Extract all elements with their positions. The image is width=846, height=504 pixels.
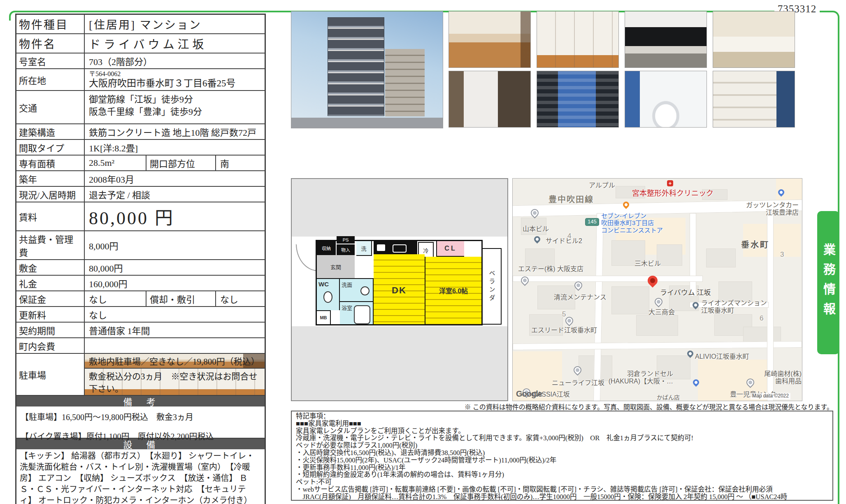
fp-bath: 浴室 xyxy=(340,301,374,324)
map-label: 大三商会 xyxy=(648,309,675,316)
fp-dk-label: DK xyxy=(392,285,407,296)
row-label: 契約期間 xyxy=(16,323,85,337)
rent-value: 80,000 円 xyxy=(85,202,265,230)
map: アルプル豊中吹田線宮本整形外科クリニックガッツレンタカー 江坂豊津店セブン-イレ… xyxy=(512,178,802,401)
row-label: 建築構造 xyxy=(16,124,85,139)
row-label: 駐車場 xyxy=(16,354,85,395)
row-value: 普通借家 1年間 xyxy=(85,323,265,337)
table-row: 駐車場 敷地内駐車場／空きなし／19,800円（税込） 敷金税込分の3ヵ月 ※空… xyxy=(16,353,265,395)
property-name: ドライバウム江坂 xyxy=(85,34,265,53)
special-note-line: JRAC(月額保証) 月額保証料…賃料合計の1.3% 保証事務手数料(初回のみ)… xyxy=(296,493,828,501)
postal-code: 〒564-0062 xyxy=(89,70,121,78)
parking-line: 敷金税込分の3ヵ月 ※空き状況はお問合せ下さい。 xyxy=(85,368,265,395)
special-note-line: ・更新事務手数料11,000円(税込)/1年 xyxy=(296,464,828,471)
special-note-line: ・火災保険料15,000円(2年)、USAC(ユーザック24時間管理サポート)1… xyxy=(296,457,828,464)
special-notes: 特記事項：■■■家具家電利用■■■家具家電レンタルプランをご利用頂くことが出来ま… xyxy=(291,411,833,501)
stove-icon xyxy=(377,244,385,251)
special-note-line: 冷蔵庫・洗濯機・電子レンジ・テレビ・ライトを設備として利用できます。家賃+3,0… xyxy=(296,434,828,442)
special-note-line: ペット:不可 xyxy=(296,478,828,486)
table-row: 所在地 〒564-0062 大阪府吹田市垂水町３丁目6番25号 xyxy=(16,68,265,90)
map-label: 6 xyxy=(760,314,763,323)
fp-storage-label: 収納 xyxy=(317,241,336,255)
table-row: 建築構造 鉄筋コンクリート造 地上10階 総戸数72戸 xyxy=(16,123,265,139)
row-value: 8,000円 xyxy=(85,231,265,259)
fp-mb-label: MB xyxy=(317,310,331,324)
toilet-icon xyxy=(323,291,332,303)
map-label: ニューライフ江坂 xyxy=(552,379,604,387)
map-label: 尾崎歯材(株) 歯科用品 xyxy=(752,370,802,386)
special-note-line: ・入居時鍵交換代16,500円(税込)、退去時清掃費38,500円(税込) xyxy=(296,449,828,457)
row-label: 更新料 xyxy=(16,307,85,322)
row-value: 1K[洋:8.2畳] xyxy=(85,140,265,155)
special-note-line: ベッドが必要な際はプラス1,000円(税別) xyxy=(296,442,828,449)
fp-wc: WC xyxy=(317,278,340,310)
map-label: 宮本整形外科クリニック xyxy=(632,189,714,198)
property-table: 物件種目 [住居用] マンション 物件名 ドライバウム江坂 号室名 703（2階… xyxy=(15,14,266,504)
map-labels: アルプル豊中吹田線宮本整形外科クリニックガッツレンタカー 江坂豊津店セブン-イレ… xyxy=(513,179,802,401)
table-row: 専有面積 28.5m² 開口部方位 南 xyxy=(16,155,265,170)
equipment-text: 【キッチン】 給湯器（都市ガス） 【水廻り】 シャワートイレ・洗髪洗面化粧台・バ… xyxy=(16,449,265,504)
table-row: 物件名 ドライバウム江坂 xyxy=(16,33,265,53)
business-info-tab-label: 業務情報 xyxy=(819,243,837,322)
map-label: エステー(株) 大阪支店 xyxy=(518,265,583,273)
table-row: 町内会費 xyxy=(16,337,265,353)
washbasin-icon xyxy=(360,286,370,295)
disclaimer-text: ※ この資料は物件の概略紹介資料になります。写真、間取図面、設備、概要などが現況… xyxy=(291,402,833,411)
row-label: 物件種目 xyxy=(16,15,85,33)
row-value: 28.5m² xyxy=(85,156,146,170)
row-value: 御堂筋線「江坂」徒歩9分 阪急千里線「豊津」徒歩9分 xyxy=(85,91,265,123)
map-label: 5 xyxy=(562,310,566,318)
map-label: セブン-イレブン 吹田垂水町3丁目店 コンビニエンスストア xyxy=(601,212,663,234)
fp-washer-label: 洗 xyxy=(356,241,372,256)
row-value: 〒564-0062 大阪府吹田市垂水町３丁目6番25号 xyxy=(85,69,265,90)
photo-storage-shelf xyxy=(713,71,795,128)
special-note-line: 特記事項： xyxy=(296,413,828,420)
row-value: 敷地内駐車場／空きなし／19,800円（税込） 敷金税込分の3ヵ月 ※空き状況は… xyxy=(85,354,265,395)
map-label: ライバウム 江坂 xyxy=(660,289,711,297)
map-label: アルプル xyxy=(589,182,615,189)
map-label: 羽倉ランドセル (HAKURA)【大阪・… xyxy=(607,370,673,386)
row-label: 町内会費 xyxy=(16,338,85,353)
fp-genkan-label: 玄関 xyxy=(317,255,355,278)
row-value: 2008年03月 xyxy=(85,171,265,186)
floorplan: 収納 PS 物入 洗 冷 CL 玄関 DK 洋室6.0帖 WC 洗面 xyxy=(291,178,508,401)
photo-bathroom xyxy=(713,11,795,68)
fp-vanity-label: 洗面 xyxy=(342,282,352,288)
table-row: 号室名 703（2階部分） xyxy=(16,53,265,68)
row-label: 交通 xyxy=(16,91,85,123)
parking-line: 敷地内駐車場／空きなし／19,800円（税込） xyxy=(85,354,265,368)
row-value: 703（2階部分） xyxy=(85,53,265,68)
table-row: 物件種目 [住居用] マンション xyxy=(16,15,265,33)
row-label: 賃料 xyxy=(16,202,85,230)
map-label: ガッツレンタカー 江坂豊津店 xyxy=(737,202,799,217)
map-label: 豊中吹田線 xyxy=(549,195,594,204)
photo-toilet xyxy=(625,71,707,128)
row-label: 所在地 xyxy=(16,69,85,90)
photo-stove xyxy=(625,11,707,68)
fp-wc-label: WC xyxy=(318,281,329,288)
map-label: 清流メンテナンス xyxy=(554,294,607,301)
fp-kitchen-counter xyxy=(374,241,417,254)
table-row: 更新料 なし xyxy=(16,306,265,322)
row-label: 共益費・管理費 xyxy=(16,231,85,259)
map-label: 垂水町 xyxy=(741,240,769,250)
table-row: 保証金 なし 償却・敷引 なし xyxy=(16,290,265,306)
row-label: 償却・敷引 xyxy=(146,291,216,306)
map-label: ライオンズマンション 江坂垂水町 xyxy=(701,300,767,315)
row-label: 保証金 xyxy=(16,291,85,306)
row-label: 礼金 xyxy=(16,276,85,290)
building-side xyxy=(385,49,425,116)
row-label: 敷金 xyxy=(16,260,85,275)
row-value: なし xyxy=(216,291,265,306)
row-value: 80,000円 xyxy=(85,260,265,275)
section-header-remarks: 備 考 xyxy=(16,395,265,406)
row-label: 物件名 xyxy=(16,34,85,53)
row-label: 号室名 xyxy=(16,53,85,68)
map-label: Map data ©2022 xyxy=(751,393,790,399)
map-label: 三木ビル xyxy=(634,260,661,267)
fp-balcony-label: ベランダ xyxy=(488,270,496,303)
table-row: 交通 御堂筋線「江坂」徒歩9分 阪急千里線「豊津」徒歩9分 xyxy=(16,90,265,123)
fp-ps-label: PS xyxy=(337,236,355,244)
transport-line: 御堂筋線「江坂」徒歩9分 xyxy=(89,93,193,106)
photo-washbasin xyxy=(449,71,531,128)
